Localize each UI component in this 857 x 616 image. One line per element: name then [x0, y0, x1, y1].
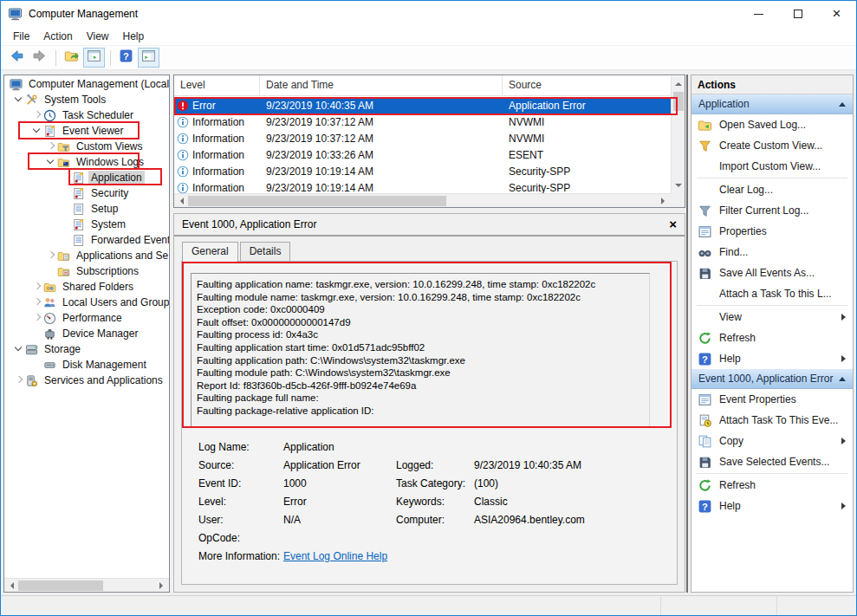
- scroll-track[interactable]: [188, 194, 657, 207]
- chevron-right-icon[interactable]: [45, 250, 57, 262]
- column-header-date-and-time[interactable]: Date and Time: [260, 75, 503, 95]
- chevron-right-icon[interactable]: [31, 312, 43, 324]
- action-section-header[interactable]: Application: [691, 94, 853, 114]
- tree-item[interactable]: Task Scheduler: [4, 107, 169, 123]
- event-row[interactable]: Error9/23/2019 10:40:35 AMApplication Er…: [174, 97, 671, 113]
- find-icon: [698, 245, 712, 260]
- column-header-source[interactable]: Source: [503, 75, 671, 95]
- tree-item[interactable]: Event Viewer: [4, 123, 169, 139]
- scroll-thumb[interactable]: [18, 580, 103, 591]
- tree-item[interactable]: Applications and Se: [4, 248, 169, 263]
- collapse-arrow-icon[interactable]: [839, 377, 846, 381]
- tab-general[interactable]: General: [182, 242, 238, 262]
- tree-item[interactable]: Device Manager: [4, 326, 169, 341]
- toolbar-action-pane-button[interactable]: [138, 48, 159, 68]
- action-item[interactable]: Filter Current Log...: [691, 200, 853, 221]
- tree-item[interactable]: Security: [4, 185, 169, 201]
- scroll-thumb[interactable]: [673, 92, 684, 111]
- field-value: Application Error: [283, 459, 396, 477]
- action-item[interactable]: Create Custom View...: [691, 135, 853, 156]
- toolbar-folder-open-arrow-button[interactable]: [61, 48, 82, 68]
- action-item[interactable]: Attach a Task To this L...: [691, 283, 853, 304]
- action-item[interactable]: Clear Log...: [691, 179, 853, 200]
- chevron-right-icon[interactable]: [31, 281, 43, 293]
- toolbar-forward-button[interactable]: [29, 48, 50, 68]
- event-row[interactable]: Information9/23/2019 10:37:12 AMNVWMI: [174, 130, 671, 146]
- event-list-vertical-scrollbar[interactable]: [671, 76, 685, 193]
- tree-item[interactable]: System Tools: [4, 92, 169, 107]
- tree-item[interactable]: Computer Management (Local: [4, 76, 169, 92]
- action-item[interactable]: ?Help: [691, 348, 853, 369]
- tree-item[interactable]: Custom Views: [4, 139, 169, 154]
- tree-item[interactable]: Subscriptions: [4, 263, 169, 279]
- collapse-arrow-icon[interactable]: [839, 102, 846, 107]
- chevron-right-icon[interactable]: [31, 296, 43, 308]
- event-log-online-help-link[interactable]: Event Log Online Help: [283, 550, 387, 562]
- toolbar-help-button[interactable]: ?: [115, 48, 137, 68]
- scroll-right-icon[interactable]: [657, 194, 671, 208]
- action-item[interactable]: Refresh: [691, 475, 853, 496]
- chevron-down-icon[interactable]: [13, 343, 25, 355]
- tree-item[interactable]: Disk Management: [4, 357, 169, 373]
- tree-item[interactable]: Local Users and Groups: [4, 295, 169, 310]
- toolbar-back-button[interactable]: [6, 48, 28, 68]
- scroll-track[interactable]: [18, 579, 155, 592]
- scroll-up-icon[interactable]: [672, 76, 685, 90]
- tree-horizontal-scrollbar[interactable]: [4, 578, 169, 592]
- maximize-button[interactable]: [778, 1, 817, 27]
- action-item[interactable]: Save Selected Events...: [691, 451, 853, 472]
- event-row[interactable]: Information9/23/2019 10:33:26 AMESENT: [174, 146, 671, 163]
- scroll-left-icon[interactable]: [174, 194, 188, 208]
- action-item[interactable]: Refresh: [691, 327, 853, 348]
- chevron-down-icon[interactable]: [31, 125, 43, 137]
- chevron-right-icon[interactable]: [13, 374, 25, 386]
- preview-close-icon[interactable]: [669, 219, 677, 230]
- close-button[interactable]: [817, 1, 856, 27]
- tree-item[interactable]: Windows Logs: [4, 154, 169, 170]
- chevron-down-icon[interactable]: [13, 94, 25, 106]
- tree-item[interactable]: Application: [4, 170, 169, 185]
- tree-item[interactable]: Shared Folders: [4, 279, 169, 295]
- event-description[interactable]: Faulting application name: taskmgr.exe, …: [191, 273, 650, 427]
- menu-action[interactable]: Action: [36, 29, 79, 44]
- event-row[interactable]: Information9/23/2019 10:19:14 AMSecurity…: [174, 179, 671, 193]
- action-item[interactable]: Properties: [691, 221, 853, 242]
- chevron-down-icon[interactable]: [45, 156, 57, 168]
- tree-item[interactable]: Services and Applications: [4, 373, 169, 388]
- minimize-button[interactable]: [739, 1, 778, 27]
- scroll-left-icon[interactable]: [4, 579, 18, 593]
- disk-icon: [43, 359, 56, 372]
- action-item[interactable]: Import Custom View...: [691, 156, 853, 177]
- scroll-right-icon[interactable]: [155, 579, 169, 593]
- tree-item[interactable]: System: [4, 217, 169, 232]
- action-item[interactable]: Find...: [691, 242, 853, 263]
- tab-details[interactable]: Details: [240, 242, 291, 261]
- action-section-header[interactable]: Event 1000, Application Error: [691, 369, 853, 389]
- tree-item[interactable]: Storage: [4, 341, 169, 357]
- action-item[interactable]: Attach Task To This Eve...: [691, 410, 853, 431]
- menu-file[interactable]: File: [6, 29, 36, 44]
- column-header-level[interactable]: Level: [174, 75, 260, 95]
- chevron-right-icon[interactable]: [31, 109, 43, 121]
- scroll-down-icon[interactable]: [672, 179, 685, 193]
- scroll-thumb[interactable]: [188, 196, 446, 206]
- action-item[interactable]: Copy: [691, 431, 853, 451]
- event-row[interactable]: Information9/23/2019 10:19:14 AMSecurity…: [174, 163, 671, 179]
- field-label: OpCode:: [198, 532, 283, 550]
- tree-item[interactable]: Forwarded Event: [4, 232, 169, 248]
- tree-item[interactable]: Setup: [4, 201, 169, 217]
- action-item[interactable]: View: [691, 307, 853, 327]
- action-item[interactable]: ?Help: [691, 496, 853, 516]
- chevron-right-icon[interactable]: [45, 140, 57, 152]
- event-row[interactable]: Information9/23/2019 10:37:12 AMNVWMI: [174, 113, 671, 130]
- action-item[interactable]: Open Saved Log...: [691, 114, 853, 135]
- event-list-horizontal-scrollbar[interactable]: [174, 193, 671, 207]
- menu-help[interactable]: Help: [116, 29, 152, 44]
- users-icon: [43, 296, 56, 309]
- menu-view[interactable]: View: [80, 29, 116, 44]
- field-value: N/A: [283, 514, 396, 532]
- tree-item[interactable]: Performance: [4, 310, 169, 326]
- action-item[interactable]: Save All Events As...: [691, 263, 853, 283]
- action-item[interactable]: Event Properties: [691, 389, 853, 410]
- toolbar-console-tree-button[interactable]: [83, 48, 105, 68]
